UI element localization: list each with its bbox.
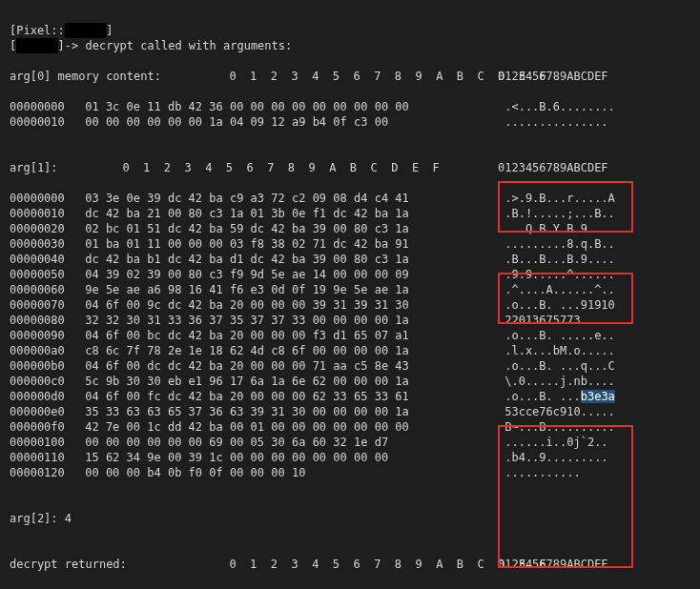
hex-row: 000000c0 5c 9b 30 30 eb e1 96 17 6a 1a 6… — [10, 374, 690, 389]
arg0-header: arg[0] memory content: 0 1 2 3 4 5 6 7 8… — [10, 69, 690, 84]
arg1-header: arg[1]: 0 1 2 3 4 5 6 7 8 9 A B C D E F0… — [10, 160, 690, 175]
hex-row: 00000020 02 bc 01 51 dc 42 ba 59 dc 42 b… — [10, 221, 690, 236]
hex-row: 00000000 01 3c 0e 11 db 42 36 00 00 00 0… — [10, 99, 690, 114]
hex-row: 000000d0 04 6f 00 fc dc 42 ba 20 00 00 0… — [10, 389, 690, 404]
selected-text: b3e3a — [581, 390, 615, 403]
hex-row: 000000b0 04 6f 00 dc dc 42 ba 20 00 00 0… — [10, 358, 690, 374]
redacted-text: ██████ — [16, 38, 57, 53]
hex-row: 00000010 dc 42 ba 21 00 80 c3 1a 01 3b 0… — [10, 206, 690, 221]
redacted-text: ██████ — [65, 23, 106, 38]
hex-row: 00000030 01 ba 01 11 00 00 00 03 f8 38 0… — [10, 236, 690, 252]
hex-row: 00000000 03 3e 0e 39 dc 42 ba c9 a3 72 c… — [10, 191, 690, 206]
hex-row: 00000050 04 39 02 39 00 80 c3 f9 9d 5e a… — [10, 267, 690, 282]
hex-row: 00000110 15 62 34 9e 00 39 1c 00 00 00 0… — [10, 450, 690, 465]
hex-row: 000000a0 c8 6c 7f 78 2e 1e 18 62 4d c8 6… — [10, 343, 690, 358]
hex-row: 000000f0 42 7e 00 1c dd 42 ba 00 01 00 0… — [10, 419, 690, 435]
hex-row: 00000100 00 00 00 00 00 00 69 00 05 30 6… — [10, 435, 690, 450]
terminal-output: [Pixel::██████] [██████]-> decrypt calle… — [0, 0, 700, 589]
hex-row: 00000090 04 6f 00 bc dc 42 ba 20 00 00 0… — [10, 328, 690, 343]
hex-row: 00000070 04 6f 00 9c dc 42 ba 20 00 00 0… — [10, 297, 690, 313]
hex-row: 000000e0 35 33 63 63 65 37 36 63 39 31 3… — [10, 404, 690, 419]
hex-row: 00000010 00 00 00 00 00 00 1a 04 09 12 a… — [10, 114, 690, 130]
line-top: [Pixel::██████] [██████]-> decrypt calle… — [10, 24, 292, 52]
arg2-line: arg[2]: 4 — [10, 511, 690, 526]
hex-row: 00000060 9e 5e ae a6 98 16 41 f6 e3 0d 0… — [10, 282, 690, 297]
hex-row: 00000040 dc 42 ba b1 dc 42 ba d1 dc 42 b… — [10, 252, 690, 267]
hex-row: 00000120 00 00 00 b4 0b f0 0f 00 00 00 1… — [10, 465, 690, 480]
ret-header: decrypt returned: 0 1 2 3 4 5 6 7 8 9 A … — [10, 557, 690, 572]
hex-row: 00000080 32 32 30 31 33 36 37 35 37 37 3… — [10, 313, 690, 328]
